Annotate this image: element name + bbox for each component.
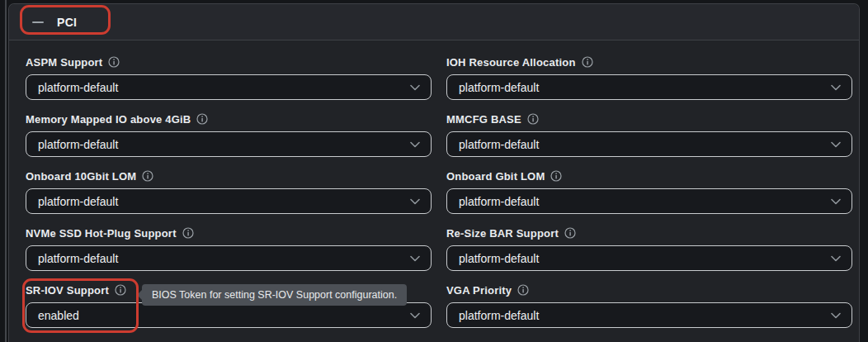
dropdown-onboard-10gbit-lom[interactable]: platform-default bbox=[26, 188, 432, 214]
dropdown-value: platform-default bbox=[38, 81, 118, 94]
info-icon[interactable] bbox=[108, 56, 120, 68]
section-title: PCI bbox=[57, 16, 77, 29]
info-icon[interactable] bbox=[564, 227, 576, 239]
info-icon[interactable] bbox=[142, 170, 153, 182]
panel-edge-divider bbox=[5, 0, 7, 342]
dropdown-value: platform-default bbox=[459, 252, 539, 265]
field-nvme-ssd-hot-plug-support: NVMe SSD Hot-Plug Support platform-defau… bbox=[26, 226, 432, 271]
field-label: Onboard Gbit LOM bbox=[446, 170, 545, 183]
dropdown-value: platform-default bbox=[459, 138, 539, 151]
field-label: Memory Mapped IO above 4GiB bbox=[26, 113, 191, 126]
field-re-size-bar-support: Re-Size BAR Support platform-default bbox=[446, 226, 852, 271]
dropdown-value: platform-default bbox=[38, 195, 118, 208]
field-onboard-gbit-lom: Onboard Gbit LOM platform-default bbox=[446, 169, 852, 214]
info-icon[interactable] bbox=[182, 227, 194, 239]
dropdown-mmcfg-base[interactable]: platform-default bbox=[446, 131, 852, 157]
field-label: Re-Size BAR Support bbox=[446, 227, 559, 240]
chevron-down-icon bbox=[410, 255, 420, 262]
field-label: IOH Resource Allocation bbox=[446, 56, 576, 69]
info-icon[interactable] bbox=[196, 113, 208, 125]
chevron-down-icon bbox=[410, 141, 420, 148]
chevron-down-icon bbox=[831, 312, 841, 319]
dropdown-value: platform-default bbox=[459, 309, 539, 322]
info-icon[interactable] bbox=[582, 56, 593, 68]
field-onboard-10gbit-lom: Onboard 10Gbit LOM platform-default bbox=[26, 169, 432, 214]
dropdown-re-size-bar-support[interactable]: platform-default bbox=[446, 245, 852, 271]
dropdown-memory-mapped-io-above-4gib[interactable]: platform-default bbox=[26, 131, 432, 157]
chevron-down-icon bbox=[831, 255, 841, 262]
pci-section-card: PCI ASPM Support platform-default IOH Re… bbox=[8, 3, 860, 342]
chevron-down-icon bbox=[410, 312, 420, 319]
dropdown-onboard-gbit-lom[interactable]: platform-default bbox=[446, 188, 852, 214]
tooltip-arrow-icon bbox=[137, 290, 142, 300]
field-label: ASPM Support bbox=[26, 56, 102, 69]
chevron-down-icon bbox=[831, 141, 841, 148]
info-icon[interactable] bbox=[550, 170, 562, 182]
info-icon[interactable] bbox=[527, 113, 539, 125]
pci-section-header[interactable]: PCI bbox=[9, 4, 859, 40]
field-label: SR-IOV Support bbox=[26, 284, 109, 297]
chevron-down-icon bbox=[831, 198, 841, 205]
field-memory-mapped-io-above-4gib: Memory Mapped IO above 4GiB platform-def… bbox=[26, 112, 432, 157]
dropdown-value: enabled bbox=[38, 309, 79, 322]
field-aspm-support: ASPM Support platform-default bbox=[26, 55, 432, 100]
field-label: MMCFG BASE bbox=[446, 113, 521, 126]
field-label: Onboard 10Gbit LOM bbox=[26, 170, 136, 183]
dropdown-nvme-ssd-hot-plug-support[interactable]: platform-default bbox=[26, 245, 432, 271]
chevron-down-icon bbox=[410, 84, 420, 91]
chevron-down-icon bbox=[831, 84, 841, 91]
info-icon[interactable] bbox=[115, 284, 126, 296]
dropdown-vga-priority[interactable]: platform-default bbox=[446, 302, 852, 328]
dropdown-aspm-support[interactable]: platform-default bbox=[26, 74, 432, 100]
dropdown-value: platform-default bbox=[38, 138, 118, 151]
info-icon[interactable] bbox=[517, 284, 529, 296]
field-label: VGA Priority bbox=[446, 284, 512, 297]
dropdown-ioh-resource-allocation[interactable]: platform-default bbox=[446, 74, 852, 100]
field-mmcfg-base: MMCFG BASE platform-default bbox=[446, 112, 852, 157]
field-label: NVMe SSD Hot-Plug Support bbox=[26, 227, 177, 240]
minus-icon[interactable] bbox=[32, 21, 44, 23]
field-ioh-resource-allocation: IOH Resource Allocation platform-default bbox=[446, 55, 852, 100]
dropdown-value: platform-default bbox=[459, 81, 539, 94]
dropdown-value: platform-default bbox=[459, 195, 539, 208]
tooltip-text: BIOS Token for setting SR-IOV Support co… bbox=[152, 289, 397, 301]
tooltip-sr-iov-support: BIOS Token for setting SR-IOV Support co… bbox=[142, 284, 407, 306]
dropdown-value: platform-default bbox=[38, 252, 118, 265]
field-vga-priority: VGA Priority platform-default bbox=[446, 283, 852, 328]
dropdown-sr-iov-support[interactable]: enabled bbox=[26, 302, 432, 328]
chevron-down-icon bbox=[410, 198, 420, 205]
